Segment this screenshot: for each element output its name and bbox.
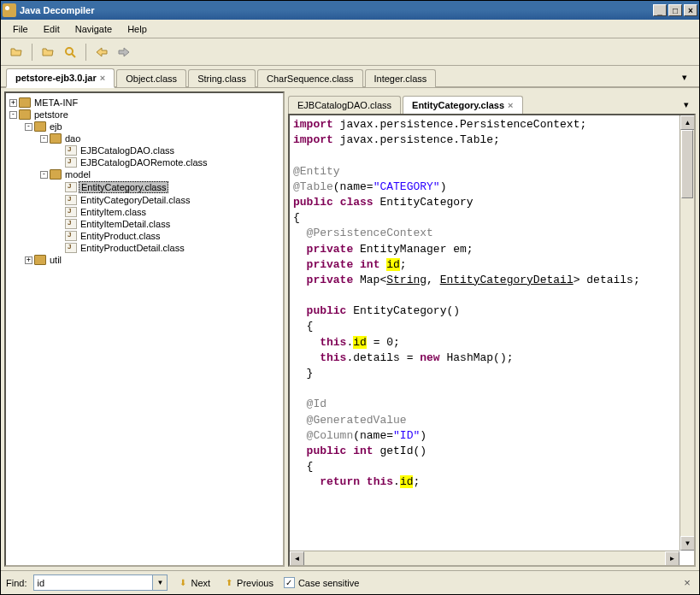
case-sensitive-label: Case sensitive — [298, 578, 360, 588]
tree-node[interactable]: EntityItem.class — [9, 206, 279, 218]
editor-tab[interactable]: EJBCatalogDAO.class — [288, 96, 401, 114]
class-file-icon — [65, 157, 77, 168]
class-file-icon — [65, 182, 77, 192]
collapse-icon[interactable]: - — [9, 111, 17, 119]
tab-close-icon[interactable]: × — [100, 73, 105, 83]
tree-spacer — [56, 197, 63, 204]
tree-spacer — [56, 244, 63, 252]
menu-file[interactable]: File — [6, 22, 35, 36]
horizontal-scrollbar[interactable]: ◄ ► — [290, 551, 679, 565]
find-input[interactable] — [33, 574, 153, 591]
tree-node[interactable]: -dao — [9, 133, 279, 144]
package-icon — [50, 133, 62, 144]
collapse-icon[interactable]: - — [40, 135, 48, 143]
menu-edit[interactable]: Edit — [37, 22, 67, 36]
tree-node-label: EntityCategoryDetail.class — [79, 195, 191, 205]
findbar: Find: ▼ ⬇ Next ⬆ Previous ✓ Case sensiti… — [1, 570, 699, 594]
back-button[interactable] — [91, 42, 112, 62]
menu-help[interactable]: Help — [121, 22, 154, 36]
minimize-button[interactable]: _ — [653, 4, 667, 16]
tree-node[interactable]: -ejb — [9, 121, 279, 133]
tree-spacer — [56, 184, 63, 191]
scroll-up-icon[interactable]: ▲ — [680, 115, 695, 130]
tab-close-icon[interactable]: × — [508, 100, 513, 110]
tab-label: Object.class — [126, 74, 177, 84]
case-sensitive-checkbox[interactable]: ✓ Case sensitive — [284, 577, 360, 588]
package-icon — [19, 109, 31, 120]
package-icon — [50, 169, 62, 180]
collapse-icon[interactable]: - — [25, 123, 32, 131]
tree-node-label: EntityItem.class — [79, 207, 148, 217]
tree-node[interactable]: -petstore — [9, 109, 279, 121]
main-tab[interactable]: Integer.class — [365, 69, 437, 87]
tree-node[interactable]: -model — [9, 168, 279, 180]
tree-spacer — [56, 209, 63, 216]
tree-node[interactable]: EntityCategory.class — [9, 180, 279, 194]
tree-spacer — [56, 221, 63, 228]
scroll-left-icon[interactable]: ◄ — [290, 551, 304, 566]
find-next-button[interactable]: ⬇ Next — [174, 576, 214, 590]
tabs-overflow-icon[interactable]: ▾ — [675, 68, 694, 86]
main-tab[interactable]: CharSequence.class — [257, 69, 363, 87]
class-file-icon — [65, 207, 77, 217]
main-tab[interactable]: Object.class — [116, 69, 186, 87]
class-file-icon — [65, 145, 77, 156]
collapse-icon[interactable]: - — [40, 171, 48, 179]
tree-node[interactable]: EJBCatalogDAO.class — [9, 144, 279, 156]
titlebar[interactable]: Java Decompiler _ □ × — [1, 1, 699, 20]
scroll-right-icon[interactable]: ► — [665, 551, 679, 566]
editor-tab[interactable]: EntityCategory.class× — [403, 96, 522, 114]
maximize-button[interactable]: □ — [668, 4, 682, 16]
main-tab[interactable]: String.class — [188, 69, 256, 87]
tree-node[interactable]: EntityProduct.class — [9, 230, 279, 242]
tree-node[interactable]: +util — [9, 254, 279, 266]
class-file-icon — [65, 243, 77, 253]
main-tabs: petstore-ejb3.0.jar×Object.classString.c… — [1, 66, 699, 88]
tree-spacer — [56, 147, 63, 155]
find-previous-button[interactable]: ⬆ Previous — [221, 576, 277, 590]
tree-node[interactable]: +META-INF — [9, 97, 279, 109]
tree-node[interactable]: EntityCategoryDetail.class — [9, 194, 279, 206]
tab-label: petstore-ejb3.0.jar — [15, 73, 97, 83]
menu-navigate[interactable]: Navigate — [68, 22, 119, 36]
find-next-label: Next — [191, 578, 210, 588]
jar-icon — [19, 97, 31, 108]
tree-node-label: META-INF — [32, 97, 79, 108]
tree-node[interactable]: EntityProductDetail.class — [9, 242, 279, 254]
editor-tabs-overflow-icon[interactable]: ▾ — [677, 96, 696, 114]
toolbar — [1, 38, 699, 66]
package-tree[interactable]: +META-INF-petstore-ejb-daoEJBCatalogDAO.… — [4, 91, 285, 567]
class-file-icon — [65, 219, 77, 229]
find-dropdown-icon[interactable]: ▼ — [153, 574, 168, 591]
main-tab[interactable]: petstore-ejb3.0.jar× — [6, 68, 115, 88]
tree-node-label: EJBCatalogDAO.class — [79, 145, 176, 156]
package-icon — [34, 255, 46, 265]
package-icon — [34, 121, 46, 132]
findbar-close-button[interactable]: × — [680, 576, 694, 590]
class-file-icon — [65, 231, 77, 241]
window-title: Java Decompiler — [20, 5, 653, 15]
scroll-thumb[interactable] — [681, 130, 693, 198]
tree-node-label: util — [48, 255, 63, 265]
tab-label: String.class — [197, 74, 246, 84]
tree-node-label: ejb — [48, 121, 64, 132]
vertical-scrollbar[interactable]: ▲ ▼ — [679, 115, 694, 551]
down-arrow-icon: ⬇ — [178, 578, 188, 588]
tab-label: EntityCategory.class — [412, 100, 504, 110]
expand-icon[interactable]: + — [9, 99, 17, 107]
tab-label: Integer.class — [374, 74, 427, 84]
tree-node[interactable]: EntityItemDetail.class — [9, 218, 279, 230]
open-type-button[interactable] — [38, 42, 58, 62]
scroll-down-icon[interactable]: ▼ — [680, 536, 695, 551]
forward-button[interactable] — [114, 42, 134, 62]
checkbox-icon: ✓ — [284, 577, 295, 588]
tree-node-label: model — [63, 169, 92, 180]
tree-node[interactable]: EJBCatalogDAORemote.class — [9, 156, 279, 168]
expand-icon[interactable]: + — [25, 256, 32, 264]
tree-spacer — [56, 233, 63, 240]
open-file-button[interactable] — [6, 42, 26, 62]
tree-node-label: petstore — [32, 109, 70, 120]
search-button[interactable] — [60, 42, 80, 62]
code-editor[interactable]: import javax.persistence.PersistenceCont… — [288, 114, 696, 567]
close-button[interactable]: × — [684, 4, 697, 16]
